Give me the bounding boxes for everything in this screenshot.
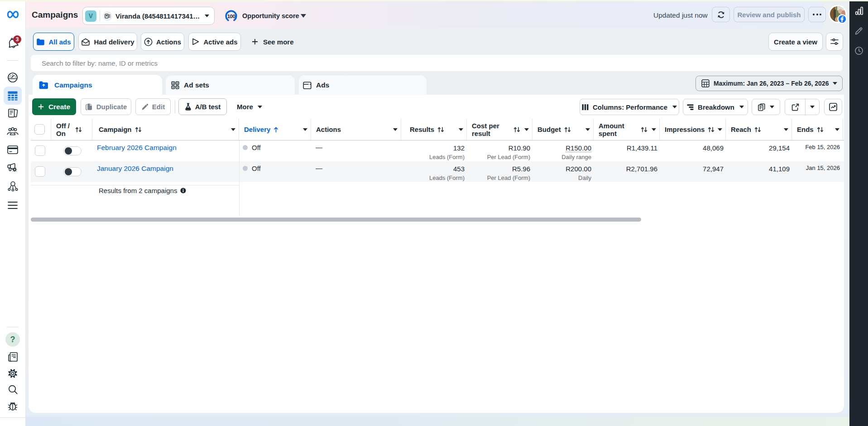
svg-text:100: 100 <box>227 14 235 19</box>
